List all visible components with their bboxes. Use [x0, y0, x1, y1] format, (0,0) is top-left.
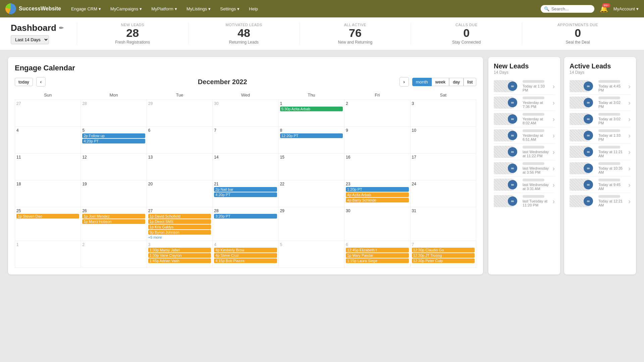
- list-item[interactable]: ∞Today at 1:33 PM›: [570, 127, 631, 144]
- chevron-right-icon[interactable]: ›: [628, 181, 631, 189]
- list-item[interactable]: ∞last Wednesday at 3:56 PM›: [494, 160, 555, 177]
- calendar-event[interactable]: 1:20p PT: [346, 187, 409, 192]
- calendar-event[interactable]: 12:30p JT Truong: [412, 253, 475, 258]
- list-item[interactable]: ∞Today at 1:33 PM›: [494, 78, 555, 95]
- calendar-event[interactable]: 2p Follow up: [82, 133, 145, 138]
- nav-mylistings[interactable]: MyListings ▾: [183, 4, 214, 13]
- calendar-cell[interactable]: 29: [278, 207, 344, 241]
- notifications-bell[interactable]: 🔔 99+: [600, 5, 608, 13]
- list-item[interactable]: ∞Today at 10:35 AM›: [570, 160, 631, 177]
- view-week-button[interactable]: week: [432, 78, 449, 86]
- account-menu[interactable]: MyAccount ▾: [613, 6, 639, 11]
- nav-myplatform[interactable]: MyPlatform ▾: [148, 4, 180, 13]
- calendar-cell[interactable]: 4: [15, 127, 81, 154]
- chevron-right-icon[interactable]: ›: [628, 148, 631, 156]
- view-list-button[interactable]: list: [464, 78, 476, 86]
- calendar-event[interactable]: +5 more: [148, 235, 211, 239]
- search-input[interactable]: [551, 6, 591, 11]
- chevron-right-icon[interactable]: ›: [552, 181, 555, 189]
- calendar-cell[interactable]: 11: [15, 154, 81, 180]
- calendar-cell[interactable]: 28: [81, 100, 147, 127]
- calendar-cell[interactable]: 2: [81, 241, 147, 268]
- calendar-cell[interactable]: 271p David Schofield1p Direct SMS1p Kris…: [147, 207, 212, 241]
- list-item[interactable]: ∞Today at 4:45 PM›: [570, 78, 631, 95]
- list-item[interactable]: ∞Yesterday at 7:36 PM›: [494, 95, 555, 111]
- list-item[interactable]: ∞Today at 3:02 PM›: [570, 95, 631, 111]
- calendar-cell[interactable]: 212p Nail bar4:20p PT: [213, 180, 278, 207]
- list-item[interactable]: ∞Today at 3:02 PM›: [570, 111, 631, 127]
- calendar-event[interactable]: 1p Mary Pasdar: [346, 253, 409, 258]
- list-item[interactable]: ∞Yesterday at 6:51 AM›: [494, 127, 555, 144]
- calendar-cell[interactable]: 27: [15, 100, 81, 127]
- calendar-cell[interactable]: 31: [410, 207, 476, 241]
- calendar-cell[interactable]: 17: [410, 154, 476, 180]
- chevron-right-icon[interactable]: ›: [552, 82, 555, 90]
- calendar-event[interactable]: 1:30p Marsy Jafari: [148, 248, 211, 252]
- brand-logo[interactable]: SuccessWebsite: [5, 3, 61, 14]
- calendar-event[interactable]: 12:45p Elizabeth t: [346, 248, 409, 252]
- calendar-event[interactable]: 4p Barry Schleide: [346, 198, 409, 202]
- calendar-event[interactable]: 1p Steven Dao: [16, 214, 79, 219]
- calendar-cell[interactable]: 812:20p PT: [278, 127, 344, 154]
- edit-icon[interactable]: ✏: [59, 25, 63, 31]
- list-item[interactable]: ∞Today at 9:45 AM›: [570, 177, 631, 193]
- calendar-event[interactable]: 12:20p PT: [280, 133, 343, 138]
- search-box[interactable]: 🔍: [541, 5, 594, 13]
- calendar-cell[interactable]: 261p Joel Mendez1p Marci Hobson: [81, 207, 147, 241]
- calendar-cell[interactable]: 19: [81, 180, 147, 207]
- calendar-cell[interactable]: 12: [81, 154, 147, 180]
- calendar-event[interactable]: 1p Direct SMS: [148, 219, 211, 224]
- calendar-event[interactable]: 2p Nail bar: [214, 187, 277, 192]
- calendar-cell[interactable]: 3: [410, 100, 476, 127]
- calendar-cell[interactable]: 2: [344, 100, 410, 127]
- calendar-event[interactable]: 4p Azita Arbab: [346, 192, 409, 197]
- calendar-cell[interactable]: 29: [147, 100, 212, 127]
- calendar-cell[interactable]: 712:30p Claudio Go12:30p JT Truong12:30p…: [410, 241, 476, 268]
- chevron-right-icon[interactable]: ›: [628, 82, 631, 90]
- list-item[interactable]: ∞last Wednesday at 11:22 PM›: [494, 144, 555, 160]
- calendar-cell[interactable]: 30: [213, 100, 278, 127]
- calendar-cell[interactable]: 9: [344, 127, 410, 154]
- calendar-cell[interactable]: 612:45p Elizabeth t1p Mary Pasdar1:15p L…: [344, 241, 410, 268]
- chevron-right-icon[interactable]: ›: [628, 165, 631, 172]
- calendar-event[interactable]: 3:20p PT: [214, 214, 277, 219]
- calendar-cell[interactable]: 10: [410, 127, 476, 154]
- calendar-event[interactable]: 12:30p Claudio Go: [412, 248, 475, 252]
- view-day-button[interactable]: day: [449, 78, 464, 86]
- calendar-cell[interactable]: 20: [147, 180, 212, 207]
- calendar-cell[interactable]: 52p Follow up4:20p PT: [81, 127, 147, 154]
- calendar-cell[interactable]: 18: [15, 180, 81, 207]
- list-item[interactable]: ∞Today at 11:21 AM›: [570, 144, 631, 160]
- calendar-cell[interactable]: 251p Steven Dao: [15, 207, 81, 241]
- nav-settings[interactable]: Settings ▾: [217, 4, 243, 13]
- nav-engage-crm[interactable]: Engage CRM ▾: [68, 4, 104, 13]
- calendar-event[interactable]: 9p Byron Johnson: [148, 230, 211, 235]
- calendar-cell[interactable]: 22: [278, 180, 344, 207]
- chevron-right-icon[interactable]: ›: [552, 197, 555, 205]
- chevron-right-icon[interactable]: ›: [628, 99, 631, 107]
- nav-help[interactable]: Help: [246, 4, 261, 13]
- calendar-event[interactable]: 1p Marci Hobson: [82, 219, 145, 224]
- calendar-event[interactable]: 1:15p Laura Siege: [346, 258, 409, 263]
- list-item[interactable]: ∞Today at 12:21 AM›: [570, 193, 631, 209]
- calendar-event[interactable]: 4p Steve Cruz: [214, 253, 277, 258]
- list-item[interactable]: ∞last Tuesday at 11:20 PM›: [494, 193, 555, 209]
- calendar-cell[interactable]: 7: [213, 127, 278, 154]
- view-month-button[interactable]: month: [412, 78, 432, 86]
- calendar-cell[interactable]: 44p Kimberly Brow4p Steve Cruz4:15p Bob …: [213, 241, 278, 268]
- calendar-cell[interactable]: 231:20p PT4p Azita Arbab4p Barry Schleid…: [344, 180, 410, 207]
- today-button[interactable]: today: [15, 78, 33, 86]
- calendar-cell[interactable]: 5: [278, 241, 344, 268]
- calendar-event[interactable]: 5:30p Azita Arbab: [280, 107, 343, 111]
- calendar-event[interactable]: 4p Kimberly Brow: [214, 248, 277, 252]
- chevron-right-icon[interactable]: ›: [628, 132, 631, 139]
- calendar-cell[interactable]: 14: [213, 154, 278, 180]
- calendar-event[interactable]: 4:20p PT: [82, 139, 145, 143]
- calendar-cell[interactable]: 16: [344, 154, 410, 180]
- calendar-cell[interactable]: 15: [278, 154, 344, 180]
- calendar-cell[interactable]: 283:20p PT: [213, 207, 278, 241]
- calendar-cell[interactable]: 15:30p Azita Arbab: [278, 100, 344, 127]
- next-month-button[interactable]: ›: [399, 77, 409, 86]
- calendar-cell[interactable]: 1: [15, 241, 81, 268]
- list-item[interactable]: ∞last Wednesday at 3:31 AM›: [494, 177, 555, 193]
